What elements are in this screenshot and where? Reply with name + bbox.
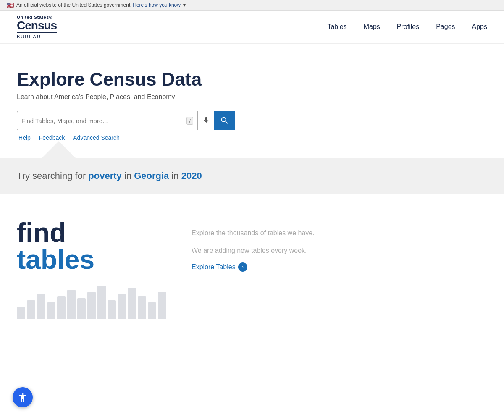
chart-bar xyxy=(57,296,66,319)
nav-item-pages[interactable]: Pages xyxy=(436,23,455,31)
search-links: Help Feedback Advanced Search xyxy=(17,134,487,141)
hero-title: Explore Census Data xyxy=(17,69,487,90)
chart-bar xyxy=(27,300,35,319)
chart-bar xyxy=(17,307,25,319)
find-description: Explore the thousands of tables we have.… xyxy=(192,219,487,272)
hero-caret-decoration xyxy=(42,141,76,158)
chart-bar xyxy=(118,294,126,319)
search-input-wrapper: / xyxy=(17,111,198,130)
find-word-tables: tables xyxy=(17,246,166,273)
suggestion-banner: Try searching for poverty in Georgia in … xyxy=(0,158,504,194)
explore-tables-label: Explore Tables xyxy=(192,263,236,271)
chart-bar xyxy=(108,300,116,319)
suggestion-keyword-link[interactable]: poverty xyxy=(88,171,121,181)
find-desc-line2: We are adding new tables every week. xyxy=(192,245,487,256)
search-input[interactable] xyxy=(21,117,183,124)
chart-bar xyxy=(37,294,45,319)
gov-banner: 🇺🇸 An official website of the United Sta… xyxy=(0,0,504,10)
explore-arrow-icon: › xyxy=(238,262,247,272)
hero-section: Explore Census Data Learn about America'… xyxy=(0,44,504,158)
hero-subtitle: Learn about America's People, Places, an… xyxy=(17,93,487,101)
slash-shortcut: / xyxy=(186,117,193,125)
explore-tables-link[interactable]: Explore Tables › xyxy=(192,262,487,272)
chart-bar xyxy=(87,292,96,319)
chart-bar xyxy=(138,296,146,319)
suggestion-in2: in xyxy=(169,171,181,181)
nav-item-tables[interactable]: Tables xyxy=(327,23,346,31)
chart-bar xyxy=(67,290,76,319)
chart-bar xyxy=(77,298,86,319)
heres-how-you-know-link[interactable]: Here's how you know xyxy=(133,2,181,8)
chart-bar xyxy=(158,292,166,319)
find-title-block: find tables xyxy=(17,219,166,332)
search-bar: / xyxy=(17,111,235,130)
search-button[interactable] xyxy=(214,111,235,130)
help-link[interactable]: Help xyxy=(18,134,31,141)
accessibility-button[interactable] xyxy=(13,387,33,407)
dropdown-arrow-icon: ▾ xyxy=(183,2,186,8)
find-tables-section: find tables Explore the thousands of tab… xyxy=(0,194,504,349)
nav-item-profiles[interactable]: Profiles xyxy=(397,23,419,31)
suggestion-location-link[interactable]: Georgia xyxy=(134,171,169,181)
us-flag-icon: 🇺🇸 xyxy=(7,2,14,8)
suggestion-prefix: Try searching for xyxy=(17,171,88,181)
logo-bureau-text: Bureau xyxy=(17,32,57,39)
chart-bar xyxy=(47,302,55,319)
logo[interactable]: United States® Census Bureau xyxy=(17,15,57,39)
chart-bar xyxy=(128,288,136,319)
advanced-search-link[interactable]: Advanced Search xyxy=(73,134,120,141)
header: United States® Census Bureau Tables Maps… xyxy=(0,10,504,44)
search-icon xyxy=(220,116,229,125)
find-word-find: find xyxy=(17,219,166,246)
nav-item-maps[interactable]: Maps xyxy=(364,23,380,31)
logo-census-text: Census xyxy=(17,20,57,32)
nav-item-apps[interactable]: Apps xyxy=(472,23,487,31)
mic-button[interactable] xyxy=(198,111,214,130)
chart-bar xyxy=(148,302,156,319)
chart-bars xyxy=(17,281,166,319)
chart-bar xyxy=(97,286,106,319)
find-desc-line1: Explore the thousands of tables we have. xyxy=(192,228,487,239)
chart-area xyxy=(17,281,166,332)
main-nav: Tables Maps Profiles Pages Apps xyxy=(327,23,487,31)
feedback-link[interactable]: Feedback xyxy=(39,134,65,141)
gov-banner-text: An official website of the United States… xyxy=(16,2,130,8)
mic-icon xyxy=(202,116,210,124)
suggestion-year-link[interactable]: 2020 xyxy=(181,171,202,181)
accessibility-icon xyxy=(18,392,28,402)
suggestion-in1: in xyxy=(122,171,134,181)
